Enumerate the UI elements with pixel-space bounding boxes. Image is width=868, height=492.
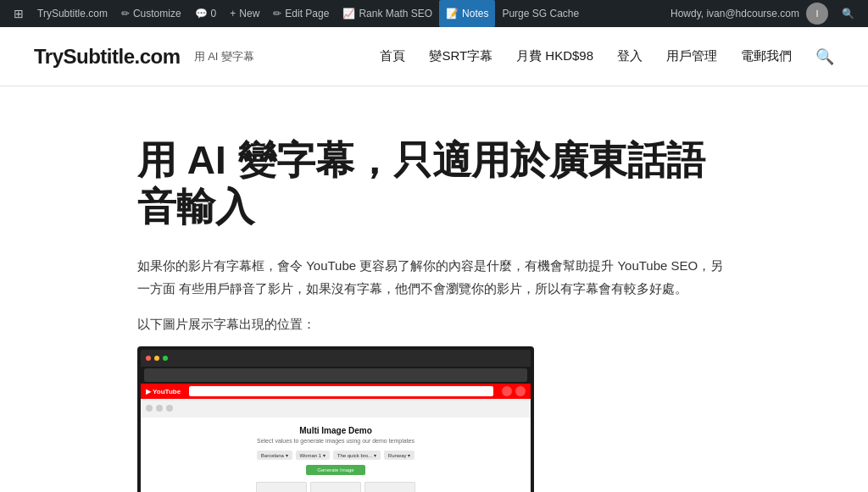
- site-logo[interactable]: TrySubtitle.com: [34, 45, 181, 69]
- notes-icon: 📝: [446, 8, 459, 19]
- demo-content-title: Multi Image Demo: [151, 426, 520, 435]
- notes-label: Notes: [462, 8, 488, 19]
- yt-header-icon: [502, 386, 512, 396]
- site-nav: 首頁 變SRT字幕 月費 HKD$98 登入 用戶管理 電郵我們 🔍: [380, 47, 834, 66]
- avatar: I: [806, 3, 828, 25]
- site-header: TrySubtitle.com 用 AI 變字幕 首頁 變SRT字幕 月費 HK…: [0, 27, 868, 86]
- img-placeholder-1: [256, 482, 307, 492]
- page-intro: 如果你的影片有字幕框，會令 YouTube 更容易了解你的內容是什麼，有機會幫助…: [137, 254, 731, 300]
- nav-home[interactable]: 首頁: [380, 48, 405, 64]
- site-name-item[interactable]: TrySubtitle.com: [31, 0, 114, 27]
- nav-contact[interactable]: 電郵我們: [741, 48, 792, 64]
- tab-dot-yellow: [154, 356, 159, 361]
- customize-label: Customize: [133, 8, 181, 19]
- comments-icon: 💬: [195, 8, 208, 19]
- admin-search-item[interactable]: 🔍: [835, 0, 861, 27]
- img-placeholder-3: [364, 482, 415, 492]
- site-tagline: 用 AI 變字幕: [194, 49, 255, 64]
- browser-address-bar: [144, 368, 527, 382]
- dropdown-1[interactable]: Barcelana ▾: [257, 451, 292, 460]
- comments-item[interactable]: 💬 0: [188, 0, 224, 27]
- dropdown-2[interactable]: Woman 1 ▾: [296, 451, 330, 460]
- toolbar-dot-3: [166, 405, 173, 412]
- new-item[interactable]: + New: [223, 0, 266, 27]
- tab-dot-red: [146, 356, 151, 361]
- customize-icon: ✏: [121, 8, 130, 19]
- edit-page-item[interactable]: ✏ Edit Page: [266, 0, 336, 27]
- yt-search-bar: [189, 386, 493, 396]
- search-icon[interactable]: 🔍: [815, 47, 834, 66]
- chart-icon: 📈: [342, 8, 355, 19]
- yt-header-icon-2: [515, 386, 526, 396]
- browser-tabs: [141, 350, 531, 367]
- notes-item[interactable]: 📝 Notes: [439, 0, 495, 27]
- rank-math-item[interactable]: 📈 Rank Math SEO: [336, 0, 439, 27]
- section-label: 以下圖片展示字幕出現的位置：: [137, 317, 731, 333]
- plus-icon: +: [230, 8, 236, 19]
- site-name-label: TrySubtitle.com: [37, 8, 108, 19]
- yt-header-bar: ▶ YouTube: [141, 384, 531, 399]
- rank-math-label: Rank Math SEO: [359, 8, 432, 19]
- new-label: New: [239, 8, 259, 19]
- purge-item[interactable]: Purge SG Cache: [495, 0, 586, 27]
- admin-search-icon: 🔍: [842, 8, 854, 19]
- img-placeholder-2: [310, 482, 361, 492]
- comments-count: 0: [211, 8, 217, 19]
- edit-page-label: Edit Page: [285, 8, 329, 19]
- demo-content-sub: Select values to generate images using o…: [151, 438, 520, 444]
- purge-label: Purge SG Cache: [502, 8, 579, 19]
- demo-image-frame: ▶ YouTube Multi Image Demo Select values…: [137, 346, 534, 492]
- tab-dot-green: [163, 356, 168, 361]
- demo-controls-row: Barcelana ▾ Woman 1 ▾ The quick bro... ▾…: [151, 451, 520, 460]
- nav-user-mgmt[interactable]: 用戶管理: [666, 48, 717, 64]
- admin-bar-right: Howdy, ivan@hdcourse.com I 🔍: [664, 0, 861, 27]
- wp-logo-icon: ⊞: [14, 7, 24, 20]
- browser-content-area: ▶ YouTube Multi Image Demo Select values…: [141, 384, 531, 492]
- customize-item[interactable]: ✏ Customize: [114, 0, 188, 27]
- nav-price[interactable]: 月費 HKD$98: [516, 48, 593, 64]
- edit-icon: ✏: [273, 8, 281, 19]
- dropdown-4[interactable]: Runway ▾: [384, 451, 415, 460]
- image-placeholders: [151, 482, 520, 492]
- page-title: 用 AI 變字幕，只適用於廣東話語音輸入: [137, 137, 731, 230]
- nav-srt[interactable]: 變SRT字幕: [429, 48, 492, 64]
- nav-login[interactable]: 登入: [617, 48, 643, 64]
- dropdown-3[interactable]: The quick bro... ▾: [333, 451, 381, 460]
- wp-logo-item[interactable]: ⊞: [7, 0, 31, 27]
- toolbar-dot-2: [156, 405, 163, 412]
- main-content: 用 AI 變字幕，只適用於廣東話語音輸入 如果你的影片有字幕框，會令 YouTu…: [103, 86, 765, 492]
- yt-toolbar: [141, 399, 531, 417]
- admin-bar: ⊞ TrySubtitle.com ✏ Customize 💬 0 + New …: [0, 0, 868, 27]
- toolbar-dot-1: [146, 405, 153, 412]
- generate-btn[interactable]: Generate Image: [306, 465, 365, 475]
- yt-logo-text: ▶ YouTube: [146, 388, 181, 395]
- yt-content: Multi Image Demo Select values to genera…: [141, 417, 531, 492]
- howdy-item[interactable]: Howdy, ivan@hdcourse.com I: [664, 0, 835, 27]
- howdy-label: Howdy, ivan@hdcourse.com: [670, 8, 799, 19]
